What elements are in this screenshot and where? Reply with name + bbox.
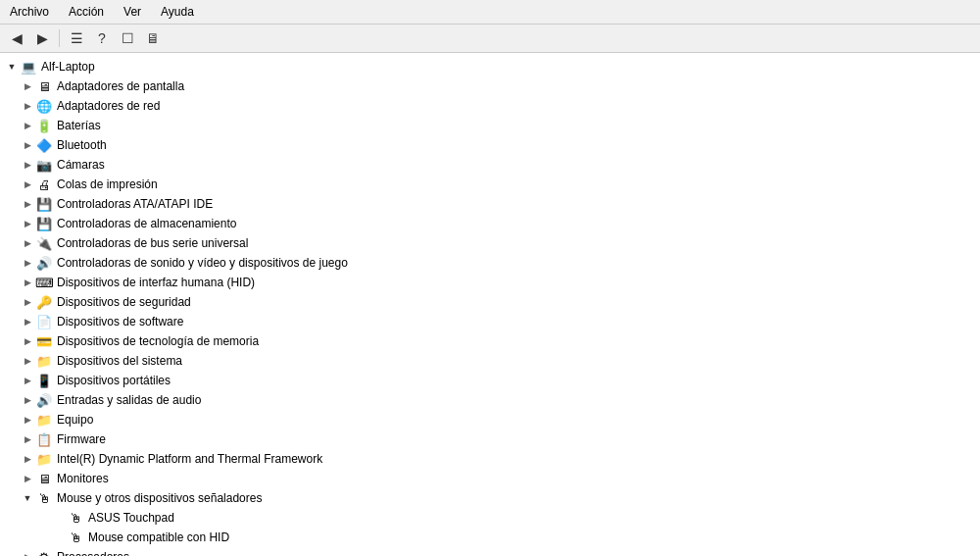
back-button[interactable]: ◀	[6, 27, 27, 49]
menu-ayuda[interactable]: Ayuda	[157, 3, 198, 21]
tree-toggle[interactable]: ▶	[20, 549, 35, 556]
item-label: Procesadores	[57, 548, 129, 556]
item-label: Firmware	[57, 430, 106, 448]
device-tree: ▼ 💻 Alf-Laptop ▶🖥Adaptadores de pantalla…	[0, 53, 980, 556]
item-icon: 📱	[35, 372, 53, 389]
item-icon: 📁	[35, 411, 53, 429]
tree-item[interactable]: ▶🔊Controladoras de sonido y vídeo y disp…	[0, 253, 980, 273]
item-icon: 🔌	[35, 234, 53, 252]
item-icon: 🖱	[67, 509, 84, 527]
item-label: Intel(R) Dynamic Platform and Thermal Fr…	[57, 450, 322, 468]
tree-toggle[interactable]: ▼	[20, 490, 35, 506]
item-icon: 🔷	[35, 136, 53, 154]
item-icon: 🔊	[35, 391, 53, 409]
tree-toggle[interactable]: ▶	[20, 118, 35, 133]
tree-toggle[interactable]: ▶	[20, 275, 35, 290]
item-icon: ⌨	[35, 274, 53, 291]
item-icon: 📁	[35, 352, 53, 370]
tree-toggle[interactable]: ▶	[20, 157, 35, 173]
item-icon: 🔑	[35, 293, 53, 311]
tree-item[interactable]: ▶📄Dispositivos de software	[0, 312, 980, 331]
item-label: Dispositivos de interfaz humana (HID)	[57, 274, 255, 291]
tree-item[interactable]: ▶📁Equipo	[0, 410, 980, 430]
item-icon: 🖥	[35, 77, 53, 95]
tree-item[interactable]: 🖱ASUS Touchpad	[0, 508, 980, 528]
help-button[interactable]: ?	[91, 27, 113, 49]
item-label: Mouse y otros dispositivos señaladores	[57, 489, 262, 507]
tree-toggle[interactable]: ▶	[20, 392, 35, 408]
tree-toggle[interactable]: ▶	[20, 196, 35, 212]
tree-toggle[interactable]: ▶	[20, 451, 35, 467]
tree-item[interactable]: ▶🔌Controladoras de bus serie universal	[0, 233, 980, 253]
item-label: Controladoras ATA/ATAPI IDE	[57, 195, 213, 213]
tree-item[interactable]: ▶💳Dispositivos de tecnología de memoria	[0, 331, 980, 351]
menu-ver[interactable]: Ver	[120, 3, 145, 21]
scan-button[interactable]: ☐	[117, 27, 138, 49]
tree-item[interactable]: ▶⚙Procesadores	[0, 547, 980, 556]
tree-item[interactable]: ▼🖱Mouse y otros dispositivos señaladores	[0, 488, 980, 508]
monitor-button[interactable]: 🖥	[142, 27, 164, 49]
tree-toggle[interactable]: ▶	[20, 314, 35, 329]
tree-item[interactable]: ▶🔋Baterías	[0, 116, 980, 135]
menu-accion[interactable]: Acción	[65, 3, 108, 21]
tree-item[interactable]: ▶🔊Entradas y salidas de audio	[0, 390, 980, 410]
tree-item[interactable]: ▶📁Intel(R) Dynamic Platform and Thermal …	[0, 449, 980, 469]
menu-archivo[interactable]: Archivo	[6, 3, 53, 21]
root-node[interactable]: ▼ 💻 Alf-Laptop	[0, 57, 980, 76]
item-label: Controladoras de bus serie universal	[57, 234, 248, 252]
tree-item[interactable]: ▶🔑Dispositivos de seguridad	[0, 292, 980, 312]
tree-toggle[interactable]: ▶	[20, 353, 35, 369]
item-icon: 📄	[35, 313, 53, 330]
item-label: Controladoras de sonido y vídeo y dispos…	[57, 254, 348, 272]
properties-button[interactable]: ☰	[66, 27, 87, 49]
item-label: Equipo	[57, 411, 93, 429]
item-label: Entradas y salidas de audio	[57, 391, 201, 409]
item-label: Monitores	[57, 470, 109, 487]
item-label: ASUS Touchpad	[88, 509, 174, 527]
root-icon: 💻	[20, 58, 37, 76]
item-label: Colas de impresión	[57, 176, 158, 193]
tree-item[interactable]: ▶💾Controladoras de almacenamiento	[0, 214, 980, 233]
tree-item[interactable]: 🖱Mouse compatible con HID	[0, 528, 980, 547]
item-label: Dispositivos del sistema	[57, 352, 182, 370]
tree-toggle[interactable]: ▶	[20, 373, 35, 388]
tree-toggle[interactable]: ▶	[20, 255, 35, 271]
item-label: Baterías	[57, 117, 101, 134]
item-label: Controladoras de almacenamiento	[57, 215, 236, 232]
tree-item[interactable]: ▶💾Controladoras ATA/ATAPI IDE	[0, 194, 980, 214]
tree-toggle[interactable]: ▶	[20, 431, 35, 447]
tree-toggle[interactable]: ▶	[20, 471, 35, 486]
toolbar-separator-1	[59, 29, 60, 47]
item-icon: 🔋	[35, 117, 53, 134]
tree-toggle[interactable]: ▶	[20, 137, 35, 153]
tree-item[interactable]: ▶📷Cámaras	[0, 155, 980, 175]
tree-item[interactable]: ▶📁Dispositivos del sistema	[0, 351, 980, 371]
tree-toggle[interactable]: ▶	[20, 412, 35, 428]
tree-item[interactable]: ▶🔷Bluetooth	[0, 135, 980, 155]
tree-item[interactable]: ▶🖥Adaptadores de pantalla	[0, 76, 980, 96]
item-label: Mouse compatible con HID	[88, 529, 229, 546]
tree-item[interactable]: ▶🖥Monitores	[0, 469, 980, 488]
tree-toggle[interactable]: ▶	[20, 235, 35, 251]
item-icon: ⚙	[35, 548, 53, 556]
tree-toggle[interactable]: ▶	[20, 216, 35, 231]
tree-toggle[interactable]: ▶	[20, 177, 35, 192]
tree-toggle[interactable]: ▶	[20, 98, 35, 114]
item-label: Cámaras	[57, 156, 105, 174]
tree-item[interactable]: ▶🖨Colas de impresión	[0, 175, 980, 194]
tree-item[interactable]: ▶📱Dispositivos portátiles	[0, 371, 980, 390]
item-icon: 💾	[35, 215, 53, 232]
tree-toggle[interactable]: ▶	[20, 294, 35, 310]
toolbar: ◀ ▶ ☰ ? ☐ 🖥	[0, 25, 980, 53]
tree-item[interactable]: ▶🌐Adaptadores de red	[0, 96, 980, 116]
item-label: Bluetooth	[57, 136, 107, 154]
tree-item[interactable]: ▶📋Firmware	[0, 430, 980, 449]
forward-button[interactable]: ▶	[31, 27, 53, 49]
tree-item[interactable]: ▶⌨Dispositivos de interfaz humana (HID)	[0, 273, 980, 292]
item-icon: 🖨	[35, 176, 53, 193]
item-label: Dispositivos portátiles	[57, 372, 171, 389]
root-toggle[interactable]: ▼	[4, 59, 20, 75]
tree-toggle[interactable]: ▶	[20, 333, 35, 349]
item-icon: 📁	[35, 450, 53, 468]
tree-toggle[interactable]: ▶	[20, 78, 35, 94]
